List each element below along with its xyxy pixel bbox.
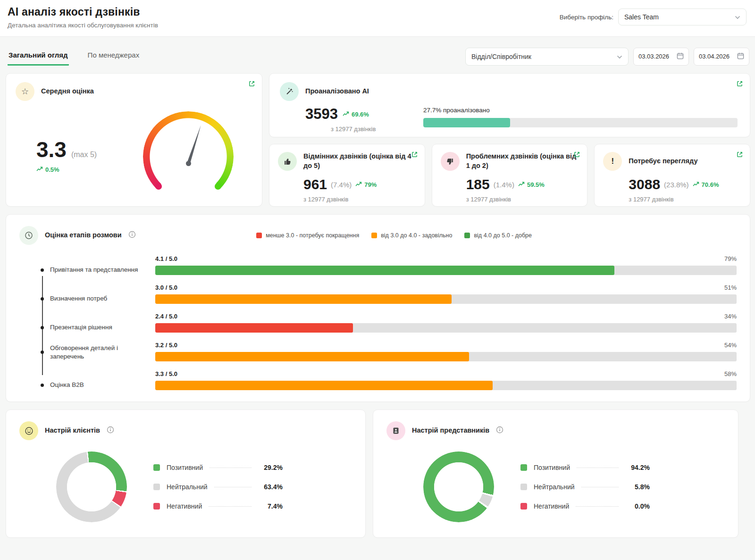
stage-score: 3.3 / 5.0 xyxy=(155,370,177,377)
stage-score: 3.0 / 5.0 xyxy=(155,284,177,291)
stage-label: Визначення потреб xyxy=(50,294,107,303)
stage-bar-track xyxy=(155,352,737,361)
tab-by-managers[interactable]: По менеджерах xyxy=(87,47,141,66)
card-head: Проаналізовано AI xyxy=(280,82,739,101)
legend-row-negative: Негативний 7.4% xyxy=(153,502,283,510)
legend-row-positive: Позитивний 29.2% xyxy=(153,464,283,471)
tab-overview[interactable]: Загальний огляд xyxy=(8,47,69,66)
legend-swatch xyxy=(520,484,527,490)
small-kpi-grid: Відмінних дзвінків (оцінка від 4 до 5) 9… xyxy=(269,144,750,207)
legend-swatch xyxy=(520,503,527,510)
trend-up-icon xyxy=(36,166,43,173)
card-head: ☆ Середня оцінка xyxy=(16,82,252,101)
page-subtitle: Детальна аналітика якості обслуговування… xyxy=(8,22,158,29)
average-value: 3.3 xyxy=(36,137,67,162)
client-sentiment-card: Настрій клієнтів Позитивний 29.2% xyxy=(6,410,366,538)
stages-title: Оцінка етапів розмови xyxy=(45,231,122,240)
legend-row-positive: Позитивний 94.2% xyxy=(520,464,650,471)
leader-line xyxy=(214,487,252,487)
stage-bar-fill xyxy=(155,266,614,275)
timeline-dot xyxy=(41,384,44,387)
date-to-value: 03.04.2026 xyxy=(699,53,730,60)
magic-wand-icon xyxy=(280,82,299,101)
stage-score: 2.4 / 5.0 xyxy=(155,313,177,320)
info-icon[interactable] xyxy=(107,426,114,435)
chevron-down-icon xyxy=(735,13,740,21)
external-link-icon[interactable] xyxy=(248,80,255,89)
stage-score: 4.1 / 5.0 xyxy=(155,255,177,262)
analyzed-body: 3593 69.6% з 12977 дзвінків 27.7% проана… xyxy=(280,101,739,133)
profile-row: Виберіть профіль: Sales Team xyxy=(560,8,747,25)
timeline-dot xyxy=(41,297,44,301)
trend-up-icon xyxy=(693,181,699,188)
average-body: 3.3 (max 5) 0.5% xyxy=(16,101,252,202)
stage-percent: 79% xyxy=(724,255,737,262)
trend-up-icon xyxy=(343,111,349,118)
clock-icon xyxy=(19,226,38,245)
stage-row: Визначення потреб 3.0 / 5.0 51% xyxy=(41,284,737,304)
stage-bar-track xyxy=(155,381,737,390)
analyzed-value-block: 3593 69.6% з 12977 дзвінків xyxy=(305,106,403,133)
external-link-icon[interactable] xyxy=(411,151,418,160)
profile-select[interactable]: Sales Team xyxy=(618,8,747,25)
client-sentiment-donut xyxy=(56,451,127,522)
toolbar: Загальний огляд По менеджерах Відділ/Спі… xyxy=(7,47,749,66)
trend-up-icon xyxy=(518,181,525,188)
review-of-label: з 12977 дзвінків xyxy=(629,196,741,203)
legend-row-neutral: Нейтральний 5.8% xyxy=(520,483,650,491)
problem-share: (1.4%) xyxy=(494,181,514,189)
external-link-icon[interactable] xyxy=(736,151,743,160)
smiley-icon xyxy=(19,421,38,440)
stage-label: Презентація рішення xyxy=(50,323,112,332)
progress-label: 27.7% проаналізовано xyxy=(423,107,738,114)
excellent-value: 961 xyxy=(303,176,327,192)
progress-track xyxy=(423,118,738,127)
timeline-dot xyxy=(41,326,44,329)
stage-label: Привітання та представлення xyxy=(50,266,138,274)
stage-row: Презентація рішення 2.4 / 5.0 34% xyxy=(41,313,737,333)
excellent-of-label: з 12977 дзвінків xyxy=(303,196,416,203)
timeline-dot xyxy=(41,351,44,354)
stage-bar-track xyxy=(155,294,737,304)
rep-sentiment-legend: Позитивний 94.2% Нейтральний 5.8% Негати… xyxy=(520,464,650,510)
average-trend: 0.5% xyxy=(36,166,59,173)
excellent-share: (7.4%) xyxy=(331,181,352,189)
legend-swatch xyxy=(371,233,377,238)
profile-select-value: Sales Team xyxy=(624,13,659,21)
analyzed-ai-card: Проаналізовано AI 3593 69.6% xyxy=(269,73,750,137)
external-link-icon[interactable] xyxy=(736,80,743,89)
average-max-label: (max 5) xyxy=(71,150,97,159)
thumbs-up-icon xyxy=(278,152,297,171)
analyzed-trend: 69.6% xyxy=(343,111,369,118)
external-link-icon[interactable] xyxy=(573,151,580,160)
legend-swatch xyxy=(153,464,160,471)
stage-bar-track xyxy=(155,266,737,275)
legend-swatch xyxy=(520,464,527,471)
problem-calls-card: Проблемних дзвінків (оцінка від 1 до 2) … xyxy=(432,144,588,207)
date-to-input[interactable]: 03.04.2026 xyxy=(694,48,749,66)
department-select[interactable]: Відділ/Співробітник xyxy=(465,48,629,66)
stage-row: Привітання та представлення 4.1 / 5.0 79… xyxy=(41,255,737,275)
profile-select-label: Виберіть профіль: xyxy=(560,14,613,21)
legend-item-red: менше 3.0 - потребує покращення xyxy=(256,232,359,239)
excellent-calls-card: Відмінних дзвінків (оцінка від 4 до 5) 9… xyxy=(269,144,425,207)
date-from-input[interactable]: 03.03.2026 xyxy=(633,48,689,66)
card-title: Середня оцінка xyxy=(41,87,94,96)
problem-trend: 59.5% xyxy=(518,181,545,188)
score-gauge xyxy=(143,111,234,202)
rep-sentiment-donut xyxy=(423,451,494,522)
card-head: ! Потребує перегляду xyxy=(603,152,741,171)
title-block: AI аналіз якості дзвінків Детальна аналі… xyxy=(8,6,158,29)
legend-row-neutral: Нейтральний 63.4% xyxy=(153,483,283,491)
info-icon[interactable] xyxy=(496,426,503,435)
analyzed-of-label: з 12977 дзвінків xyxy=(331,125,403,133)
stages-body: Привітання та представлення 4.1 / 5.0 79… xyxy=(19,255,737,390)
progress-fill xyxy=(423,118,510,127)
stage-percent: 54% xyxy=(724,342,737,349)
trend-up-icon xyxy=(355,181,362,188)
info-icon[interactable] xyxy=(128,231,136,240)
stage-row: Обговорення деталей і заперечень 3.2 / 5… xyxy=(41,342,737,361)
gauge-pivot xyxy=(186,161,191,166)
rep-sentiment-card: Настрій представників Позитивний 94.2% xyxy=(373,410,738,538)
needs-review-card: ! Потребує перегляду 3088 (23.8%) 70.6% xyxy=(594,144,750,207)
